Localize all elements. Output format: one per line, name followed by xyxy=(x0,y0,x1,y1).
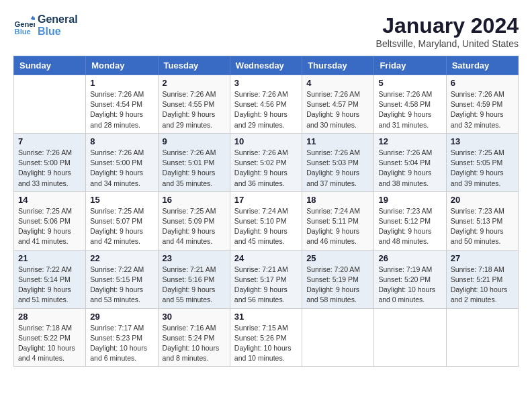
calendar-cell: 23Sunrise: 7:21 AM Sunset: 5:16 PM Dayli… xyxy=(158,250,230,308)
day-number: 4 xyxy=(306,78,369,88)
calendar-cell: 9Sunrise: 7:26 AM Sunset: 5:01 PM Daylig… xyxy=(158,133,230,191)
day-info: Sunrise: 7:23 AM Sunset: 5:12 PM Dayligh… xyxy=(378,206,441,247)
day-number: 8 xyxy=(90,136,153,146)
day-number: 12 xyxy=(378,136,441,146)
day-number: 16 xyxy=(163,195,226,205)
day-number: 1 xyxy=(90,78,153,88)
day-number: 14 xyxy=(18,195,81,205)
day-info: Sunrise: 7:26 AM Sunset: 4:57 PM Dayligh… xyxy=(306,89,369,130)
day-number: 5 xyxy=(378,78,441,88)
calendar-cell: 17Sunrise: 7:24 AM Sunset: 5:10 PM Dayli… xyxy=(230,191,302,250)
calendar-cell: 27Sunrise: 7:18 AM Sunset: 5:21 PM Dayli… xyxy=(446,250,518,308)
calendar-cell: 6Sunrise: 7:26 AM Sunset: 4:59 PM Daylig… xyxy=(446,75,518,134)
calendar-week-2: 7Sunrise: 7:26 AM Sunset: 5:00 PM Daylig… xyxy=(14,133,519,191)
day-number: 9 xyxy=(163,136,226,146)
calendar-header-monday: Monday xyxy=(86,56,158,75)
day-number: 29 xyxy=(90,312,153,322)
calendar-header-sunday: Sunday xyxy=(14,56,86,75)
day-info: Sunrise: 7:21 AM Sunset: 5:17 PM Dayligh… xyxy=(234,265,298,306)
day-info: Sunrise: 7:18 AM Sunset: 5:22 PM Dayligh… xyxy=(18,323,81,364)
day-info: Sunrise: 7:26 AM Sunset: 5:02 PM Dayligh… xyxy=(234,148,298,189)
calendar-cell xyxy=(302,308,374,367)
calendar-cell: 14Sunrise: 7:25 AM Sunset: 5:06 PM Dayli… xyxy=(14,191,86,250)
day-info: Sunrise: 7:26 AM Sunset: 5:01 PM Dayligh… xyxy=(163,148,226,189)
day-info: Sunrise: 7:26 AM Sunset: 4:59 PM Dayligh… xyxy=(451,89,514,130)
calendar-cell: 5Sunrise: 7:26 AM Sunset: 4:58 PM Daylig… xyxy=(374,75,446,134)
calendar-week-1: 1Sunrise: 7:26 AM Sunset: 4:54 PM Daylig… xyxy=(14,75,519,134)
day-info: Sunrise: 7:15 AM Sunset: 5:26 PM Dayligh… xyxy=(234,323,298,364)
day-number: 20 xyxy=(451,195,514,205)
day-number: 18 xyxy=(306,195,369,205)
day-number: 3 xyxy=(234,78,298,88)
calendar-header-wednesday: Wednesday xyxy=(230,56,302,75)
day-info: Sunrise: 7:24 AM Sunset: 5:10 PM Dayligh… xyxy=(234,206,298,247)
day-number: 31 xyxy=(234,312,298,322)
day-number: 13 xyxy=(451,136,514,146)
day-info: Sunrise: 7:25 AM Sunset: 5:05 PM Dayligh… xyxy=(451,148,514,189)
calendar-cell: 21Sunrise: 7:22 AM Sunset: 5:14 PM Dayli… xyxy=(14,250,86,308)
calendar-cell: 18Sunrise: 7:24 AM Sunset: 5:11 PM Dayli… xyxy=(302,191,374,250)
calendar-cell: 15Sunrise: 7:25 AM Sunset: 5:07 PM Dayli… xyxy=(86,191,158,250)
calendar-cell: 31Sunrise: 7:15 AM Sunset: 5:26 PM Dayli… xyxy=(230,308,302,367)
calendar-cell: 11Sunrise: 7:26 AM Sunset: 5:03 PM Dayli… xyxy=(302,133,374,191)
calendar-header-tuesday: Tuesday xyxy=(158,56,230,75)
day-info: Sunrise: 7:19 AM Sunset: 5:20 PM Dayligh… xyxy=(378,265,441,306)
day-number: 21 xyxy=(18,253,81,263)
day-info: Sunrise: 7:26 AM Sunset: 4:54 PM Dayligh… xyxy=(90,89,153,130)
svg-text:General: General xyxy=(15,19,35,28)
day-info: Sunrise: 7:26 AM Sunset: 4:58 PM Dayligh… xyxy=(378,89,441,130)
calendar-cell: 19Sunrise: 7:23 AM Sunset: 5:12 PM Dayli… xyxy=(374,191,446,250)
day-number: 23 xyxy=(163,253,226,263)
calendar-cell: 2Sunrise: 7:26 AM Sunset: 4:55 PM Daylig… xyxy=(158,75,230,134)
calendar-cell: 1Sunrise: 7:26 AM Sunset: 4:54 PM Daylig… xyxy=(86,75,158,134)
header: General Blue General Blue January 2024 B… xyxy=(13,13,519,49)
calendar-cell: 20Sunrise: 7:23 AM Sunset: 5:13 PM Dayli… xyxy=(446,191,518,250)
calendar-cell: 26Sunrise: 7:19 AM Sunset: 5:20 PM Dayli… xyxy=(374,250,446,308)
day-number: 28 xyxy=(18,312,81,322)
day-number: 7 xyxy=(18,136,81,146)
day-info: Sunrise: 7:25 AM Sunset: 5:07 PM Dayligh… xyxy=(90,206,153,247)
day-number: 27 xyxy=(451,253,514,263)
calendar-cell: 22Sunrise: 7:22 AM Sunset: 5:15 PM Dayli… xyxy=(86,250,158,308)
calendar-week-4: 21Sunrise: 7:22 AM Sunset: 5:14 PM Dayli… xyxy=(14,250,519,308)
day-info: Sunrise: 7:25 AM Sunset: 5:06 PM Dayligh… xyxy=(18,206,81,247)
day-number: 17 xyxy=(234,195,298,205)
calendar-cell: 24Sunrise: 7:21 AM Sunset: 5:17 PM Dayli… xyxy=(230,250,302,308)
calendar-cell xyxy=(374,308,446,367)
calendar-cell: 13Sunrise: 7:25 AM Sunset: 5:05 PM Dayli… xyxy=(446,133,518,191)
day-number: 25 xyxy=(306,253,369,263)
calendar-cell: 10Sunrise: 7:26 AM Sunset: 5:02 PM Dayli… xyxy=(230,133,302,191)
day-info: Sunrise: 7:17 AM Sunset: 5:23 PM Dayligh… xyxy=(90,323,153,364)
calendar-cell: 12Sunrise: 7:26 AM Sunset: 5:04 PM Dayli… xyxy=(374,133,446,191)
calendar-header-row: SundayMondayTuesdayWednesdayThursdayFrid… xyxy=(14,56,519,75)
day-info: Sunrise: 7:26 AM Sunset: 5:00 PM Dayligh… xyxy=(90,148,153,189)
calendar-header-saturday: Saturday xyxy=(446,56,518,75)
calendar-cell: 3Sunrise: 7:26 AM Sunset: 4:56 PM Daylig… xyxy=(230,75,302,134)
calendar-cell: 16Sunrise: 7:25 AM Sunset: 5:09 PM Dayli… xyxy=(158,191,230,250)
day-info: Sunrise: 7:25 AM Sunset: 5:09 PM Dayligh… xyxy=(163,206,226,247)
logo-icon: General Blue xyxy=(13,15,35,36)
title-area: January 2024 Beltsville, Maryland, Unite… xyxy=(376,13,519,49)
day-number: 2 xyxy=(163,78,226,88)
calendar-week-3: 14Sunrise: 7:25 AM Sunset: 5:06 PM Dayli… xyxy=(14,191,519,250)
day-info: Sunrise: 7:24 AM Sunset: 5:11 PM Dayligh… xyxy=(306,206,369,247)
day-info: Sunrise: 7:20 AM Sunset: 5:19 PM Dayligh… xyxy=(306,265,369,306)
day-number: 30 xyxy=(163,312,226,322)
calendar-cell: 25Sunrise: 7:20 AM Sunset: 5:19 PM Dayli… xyxy=(302,250,374,308)
main-title: January 2024 xyxy=(376,13,519,38)
day-info: Sunrise: 7:22 AM Sunset: 5:15 PM Dayligh… xyxy=(90,265,153,306)
subtitle: Beltsville, Maryland, United States xyxy=(376,38,519,49)
calendar-header-thursday: Thursday xyxy=(302,56,374,75)
calendar-cell: 8Sunrise: 7:26 AM Sunset: 5:00 PM Daylig… xyxy=(86,133,158,191)
calendar-cell: 28Sunrise: 7:18 AM Sunset: 5:22 PM Dayli… xyxy=(14,308,86,367)
day-info: Sunrise: 7:26 AM Sunset: 4:55 PM Dayligh… xyxy=(163,89,226,130)
day-number: 26 xyxy=(378,253,441,263)
day-info: Sunrise: 7:26 AM Sunset: 4:56 PM Dayligh… xyxy=(234,89,298,130)
day-info: Sunrise: 7:22 AM Sunset: 5:14 PM Dayligh… xyxy=(18,265,81,306)
svg-text:Blue: Blue xyxy=(15,27,31,35)
day-number: 10 xyxy=(234,136,298,146)
day-info: Sunrise: 7:26 AM Sunset: 5:00 PM Dayligh… xyxy=(18,148,81,189)
calendar-header-friday: Friday xyxy=(374,56,446,75)
day-number: 6 xyxy=(451,78,514,88)
day-number: 19 xyxy=(378,195,441,205)
